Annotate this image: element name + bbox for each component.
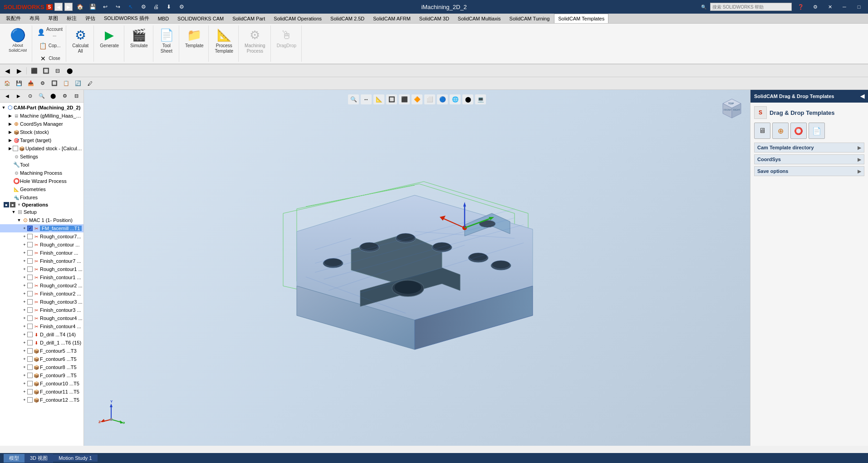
generate-button[interactable]: ▶ Generate [97, 25, 122, 51]
nav-back[interactable]: ◀ [54, 3, 63, 11]
fcontour10-toggle[interactable]: + [22, 381, 27, 386]
view-cube[interactable]: TOP FRONT RIGHT [718, 94, 745, 122]
tree-item-fm-facemill[interactable]: + ✓ ✂ FM_facemill ...T1 [0, 224, 83, 232]
tree-item-finish-a[interactable]: + ✂ Finish_contour ... [0, 249, 83, 257]
lp-home[interactable]: ⊙ [25, 91, 35, 101]
about-solidcam-button[interactable]: 🔵 AboutSolidCAM [5, 25, 30, 55]
tree-item-rough-a[interactable]: + ✂ Rough_contour ... [0, 241, 83, 249]
ddrill1-t6-checkbox[interactable] [27, 340, 33, 345]
tree-item-fcontour9[interactable]: + 📦 F_contour9 ...T5 [0, 371, 83, 379]
updated-stock-checkbox[interactable] [13, 146, 18, 151]
tree-item-finish2[interactable]: + ✂ Finish_contour2 ... [0, 290, 83, 298]
tree-item-fcontour11[interactable]: + 📦 F_contour11 ...T5 [0, 388, 83, 396]
finish-a-toggle[interactable]: + [22, 250, 27, 256]
lp-more2[interactable]: ⚙ [59, 91, 70, 101]
tree-item-fixtures[interactable]: 🔩 Fixtures [0, 193, 83, 202]
finish2-checkbox[interactable] [27, 291, 33, 296]
rough3-checkbox[interactable] [27, 299, 33, 305]
tool-sheet-button[interactable]: 📄 ToolSheet [156, 25, 177, 56]
tree-item-coordsys[interactable]: ▶ ⊕ CoordSys Manager [0, 120, 83, 128]
tab-peizhi[interactable]: 装配件 [2, 14, 25, 24]
tab-solidcam-part[interactable]: SolidCAM Part [228, 14, 269, 24]
coordsys-header[interactable]: CoordSys ▶ [754, 154, 864, 164]
ddrill-t4-toggle[interactable]: + [22, 332, 27, 337]
tab-mbd[interactable]: MBD [154, 14, 173, 24]
tree-item-ddrill1-t6[interactable]: + ⬇ D_drill_1 ...T6 (15) [0, 339, 83, 347]
rough-a-toggle[interactable]: + [22, 242, 27, 247]
tb2-btn8[interactable]: 🖊 [84, 79, 95, 89]
tree-item-ddrill-t4[interactable]: + ⬇ D_drill ...T4 (14) [0, 330, 83, 339]
panel-collapse-arrow[interactable]: ◀ [860, 93, 864, 99]
tree-item-settings[interactable]: ⚙ Settings [0, 153, 83, 161]
vt-search[interactable]: 🔍 [348, 94, 359, 104]
fcontour12-toggle[interactable]: + [22, 397, 27, 403]
finish3-toggle[interactable]: + [22, 307, 27, 313]
finish2-toggle[interactable]: + [22, 291, 27, 296]
coordsys-arrow[interactable]: ▶ [858, 157, 861, 162]
qa-extra[interactable]: ⬇ [163, 2, 174, 12]
finish4-toggle[interactable]: + [22, 324, 27, 329]
rough1-toggle[interactable]: + [22, 266, 27, 272]
finish1-toggle[interactable]: + [22, 275, 27, 280]
template-icon-doc[interactable]: 📄 [809, 123, 825, 139]
root-toggle[interactable]: ▼ [1, 105, 6, 110]
finish4-checkbox[interactable] [27, 324, 33, 329]
help-icon[interactable]: ❓ [795, 2, 806, 12]
vt-globe[interactable]: 🌐 [450, 94, 461, 104]
maximize-icon[interactable]: □ [853, 2, 864, 12]
tree-item-tool[interactable]: 🔧 Tool [0, 161, 83, 169]
qa-print[interactable]: 🖨 [151, 2, 162, 12]
panel-expand-btn[interactable]: ▶ [14, 66, 25, 76]
dragdrop-button[interactable]: 🖱 DragDrop [274, 25, 299, 51]
tree-item-rough2[interactable]: + ✂ Rough_contour2 ... [0, 281, 83, 290]
tree-item-finish1[interactable]: + ✂ Finish_contour1 ... [0, 273, 83, 281]
fcontour5-toggle[interactable]: + [22, 348, 27, 354]
machining-process-button[interactable]: ⚙ MachiningProcess [241, 25, 269, 56]
qa-more[interactable]: ⚙ [138, 2, 149, 12]
fcontour6-checkbox[interactable] [27, 356, 33, 362]
options-icon[interactable]: ⚙ [810, 2, 821, 12]
vt-arrows[interactable]: ↔ [361, 94, 372, 104]
tb2-btn5[interactable]: 🔲 [49, 79, 60, 89]
tree-item-updated-stock[interactable]: ▶ 📦 Updated stock - [Calculating... [0, 144, 83, 153]
qa-options[interactable]: ⚙ [176, 2, 187, 12]
left-tools-btn1[interactable]: ⬛ [29, 66, 39, 76]
template-icon-coordsys[interactable]: ⊕ [772, 123, 789, 139]
template-icon-machine[interactable]: 🖥 [754, 123, 770, 139]
lp-expand[interactable]: ▶ [13, 91, 24, 101]
rough4-checkbox[interactable] [27, 315, 33, 321]
fcontour11-toggle[interactable]: + [22, 389, 27, 394]
ddrill-t4-checkbox[interactable] [27, 332, 33, 337]
template-button[interactable]: 📁 Template [182, 25, 207, 51]
vt-angle[interactable]: 📐 [373, 94, 384, 104]
tab-solidcam-afrm[interactable]: SolidCAM AFRM [369, 14, 415, 24]
fm-checkbox[interactable]: ✓ [27, 226, 33, 231]
qa-save[interactable]: 💾 [87, 2, 98, 12]
machine-toggle[interactable]: ▶ [7, 113, 13, 118]
rough3-toggle[interactable]: + [22, 299, 27, 305]
tree-item-rough3[interactable]: + ✂ Rough_contour3 ... [0, 298, 83, 306]
tb2-btn4[interactable]: ⚙ [37, 79, 48, 89]
rough1-checkbox[interactable] [27, 266, 33, 272]
fcontour6-toggle[interactable]: + [22, 356, 27, 362]
tb2-btn3[interactable]: 📥 [25, 79, 36, 89]
tree-item-fcontour8[interactable]: + 📦 F_contour8 ...T5 [0, 363, 83, 371]
tab-danju[interactable]: 草图 [44, 14, 62, 24]
status-tab-model[interactable]: 模型 [4, 454, 25, 463]
tree-item-fcontour6[interactable]: + 📦 F_contour6 ...T5 [0, 355, 83, 363]
lp-collapse[interactable]: ◀ [2, 91, 12, 101]
tree-root[interactable]: ▼ ⬡ CAM-Part (Machining_2D_2) [0, 103, 83, 112]
finish7-checkbox[interactable] [27, 258, 33, 264]
tree-item-finish3[interactable]: + ✂ Finish_contour3 ... [0, 306, 83, 314]
view-area[interactable]: 🔍 ↔ 📐 🔲 ⬛ 🔶 ⬜ 🔵 🌐 ⬤ 💻 [84, 90, 750, 446]
status-tab-3d[interactable]: 3D 视图 [25, 454, 53, 463]
qa-arrow[interactable]: ↖ [125, 2, 136, 12]
finish7-toggle[interactable]: + [22, 258, 27, 264]
tab-pingjia[interactable]: 评估 [81, 14, 99, 24]
cam-template-header[interactable]: Cam Template directory ▶ [754, 143, 864, 153]
vt-black[interactable]: ⬛ [399, 94, 410, 104]
save-options-arrow[interactable]: ▶ [858, 169, 861, 174]
tab-bujian[interactable]: 布局 [25, 14, 44, 24]
rough7-checkbox[interactable] [27, 234, 33, 239]
updated-stock-toggle[interactable]: ▶ [7, 146, 13, 151]
